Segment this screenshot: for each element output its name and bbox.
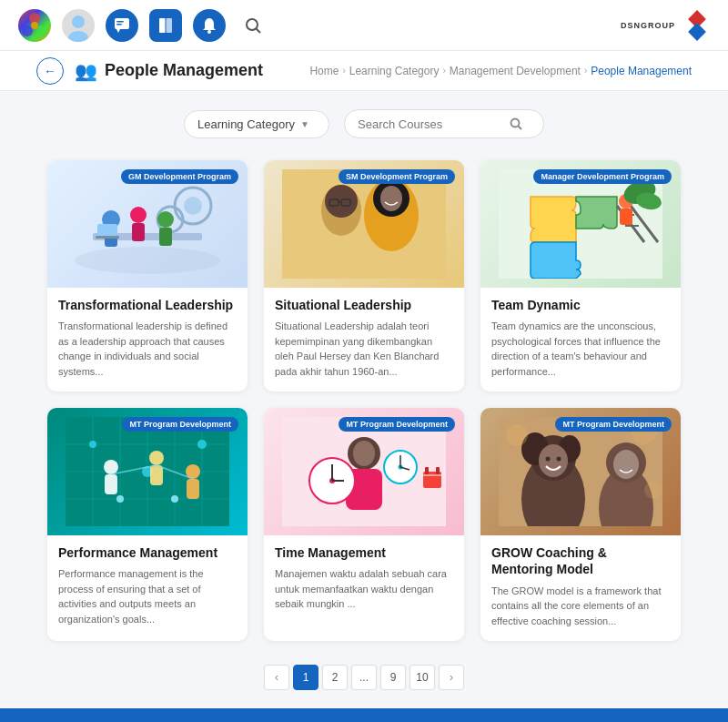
page-button-10[interactable]: 10 xyxy=(410,665,435,690)
breadcrumb-sep-3: › xyxy=(584,66,587,76)
card-body-4: Performance Management Performance manag… xyxy=(47,535,248,639)
card-body-1: Transformational Leadership Transformati… xyxy=(47,288,248,392)
card-image-4: MT Program Development xyxy=(47,408,248,535)
card-desc-2: Situational Leadership adalah teori kepe… xyxy=(275,319,453,379)
svg-line-15 xyxy=(257,28,261,33)
chevron-down-icon: ▼ xyxy=(300,119,309,129)
pagination: ‹ 1 2 ... 9 10 › xyxy=(0,654,728,708)
svg-point-3 xyxy=(31,22,38,29)
svg-point-2 xyxy=(36,25,47,36)
breadcrumb-learning[interactable]: Learning Category xyxy=(349,65,440,77)
next-page-button[interactable]: › xyxy=(439,665,464,690)
card-image-1: GM Development Program xyxy=(47,160,248,288)
svg-point-63 xyxy=(104,460,118,474)
search-input[interactable] xyxy=(358,117,503,131)
card-image-5: MT Program Development xyxy=(264,408,464,535)
header-bar: ← 👥 People Management Home › Learning Ca… xyxy=(0,51,728,91)
card-body-3: Team Dynamic Team dynamics are the uncon… xyxy=(480,288,681,392)
user-avatar[interactable] xyxy=(62,9,95,42)
search-icon[interactable] xyxy=(237,9,269,42)
book-icon[interactable] xyxy=(149,9,182,42)
page-button-9[interactable]: 9 xyxy=(380,665,406,690)
search-icon xyxy=(509,117,523,131)
svg-point-5 xyxy=(68,31,88,42)
svg-point-73 xyxy=(353,441,375,466)
svg-point-1 xyxy=(22,25,33,36)
card-title-3: Team Dynamic xyxy=(491,297,670,313)
svg-rect-30 xyxy=(96,236,119,239)
svg-rect-31 xyxy=(282,169,446,279)
svg-rect-85 xyxy=(436,467,440,474)
card-title-4: Performance Management xyxy=(58,544,237,561)
svg-rect-64 xyxy=(105,474,117,494)
svg-point-65 xyxy=(149,451,164,465)
svg-rect-68 xyxy=(187,479,199,499)
svg-point-99 xyxy=(506,424,528,446)
card-desc-3: Team dynamics are the unconscious, psych… xyxy=(491,319,670,379)
card-title-6: GROW Coaching & Mentoring Model xyxy=(491,544,670,577)
nav-left xyxy=(18,9,269,42)
svg-rect-84 xyxy=(425,467,429,474)
svg-point-94 xyxy=(546,457,551,462)
bell-icon[interactable] xyxy=(193,9,226,42)
course-card-4[interactable]: MT Program Development xyxy=(47,408,248,641)
svg-point-95 xyxy=(557,457,561,462)
svg-point-39 xyxy=(380,186,402,211)
card-body-6: GROW Coaching & Mentoring Model The GROW… xyxy=(480,535,681,641)
svg-rect-11 xyxy=(166,18,172,33)
card-badge-2: SM Development Program xyxy=(339,169,455,184)
svg-point-27 xyxy=(157,211,174,228)
svg-point-93 xyxy=(539,444,568,477)
page-button-1[interactable]: 1 xyxy=(293,665,318,690)
card-desc-1: Transformational leadership is defined a… xyxy=(58,319,237,379)
svg-rect-66 xyxy=(150,465,163,485)
course-grid: GM Development Program xyxy=(0,147,728,654)
chat-icon[interactable] xyxy=(106,9,138,42)
svg-point-101 xyxy=(644,481,662,499)
breadcrumb-sep-2: › xyxy=(442,66,445,76)
logo-icon[interactable] xyxy=(18,9,51,42)
card-image-6: MT Program Development xyxy=(480,408,681,535)
page-button-2[interactable]: 2 xyxy=(322,665,348,690)
svg-rect-12 xyxy=(166,18,167,33)
card-title-5: Time Management xyxy=(275,544,453,561)
breadcrumb-home[interactable]: Home xyxy=(309,65,339,77)
card-badge-6: MT Program Development xyxy=(555,417,672,432)
course-card-5[interactable]: MT Program Development xyxy=(264,408,464,641)
course-card-1[interactable]: GM Development Program xyxy=(47,160,248,392)
svg-point-61 xyxy=(197,440,207,449)
prev-page-button[interactable]: ‹ xyxy=(264,665,289,690)
card-title-1: Transformational Leadership xyxy=(58,297,237,313)
svg-rect-28 xyxy=(159,228,172,246)
card-body-2: Situational Leadership Situational Leade… xyxy=(264,288,464,392)
svg-point-21 xyxy=(184,197,202,215)
svg-point-16 xyxy=(511,119,520,127)
svg-point-4 xyxy=(72,15,85,28)
course-card-2[interactable]: SM Development Program xyxy=(264,160,464,392)
back-button[interactable]: ← xyxy=(36,57,64,85)
svg-point-98 xyxy=(613,450,639,479)
card-badge-3: Manager Development Program xyxy=(533,169,672,184)
page-title: People Management xyxy=(105,61,263,80)
breadcrumb-sep-1: › xyxy=(342,66,345,76)
svg-rect-10 xyxy=(159,18,166,33)
page-button-ellipsis: ... xyxy=(351,665,377,690)
breadcrumb-management[interactable]: Management Development xyxy=(450,65,581,77)
course-card-6[interactable]: MT Program Development xyxy=(480,408,681,641)
svg-point-14 xyxy=(247,19,258,30)
learning-category-dropdown[interactable]: Learning Category ▼ xyxy=(184,110,329,138)
course-card-3[interactable]: Manager Development Program xyxy=(480,160,681,392)
dsn-logo-text: DSNGROUP xyxy=(621,21,675,30)
svg-point-18 xyxy=(75,247,220,274)
svg-line-17 xyxy=(519,127,522,130)
card-badge-1: GM Development Program xyxy=(121,169,238,184)
page-title-area: 👥 People Management xyxy=(75,60,309,82)
card-desc-4: Performance management is the process of… xyxy=(58,566,237,626)
card-badge-4: MT Program Development xyxy=(122,417,238,432)
svg-marker-7 xyxy=(116,29,120,33)
svg-rect-29 xyxy=(97,224,117,237)
filters-row: Learning Category ▼ xyxy=(0,91,728,147)
breadcrumb-people: People Management xyxy=(591,65,692,77)
svg-point-25 xyxy=(130,207,147,223)
svg-rect-9 xyxy=(116,24,122,25)
